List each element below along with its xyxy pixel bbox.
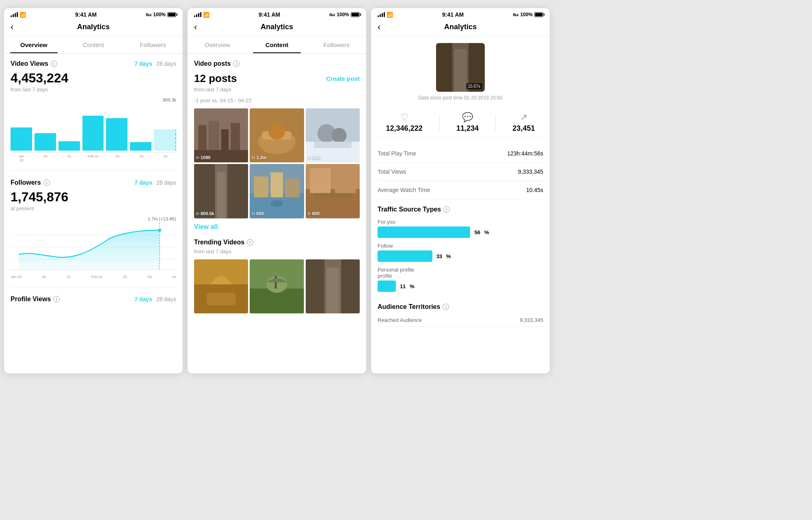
svg-rect-30 bbox=[285, 179, 300, 197]
play-icon-4: ▷ bbox=[197, 211, 199, 216]
screen-detail: 📶 9:41 AM ℻ 100% ‹ Analytics bbox=[371, 8, 550, 373]
status-bar-1: 📶 9:41 AM ℻ 100% bbox=[4, 8, 183, 19]
avg-watch-time-label: Average Watch Time bbox=[378, 187, 430, 193]
trending-info-icon[interactable]: i bbox=[247, 239, 253, 246]
tab-followers-2[interactable]: Followers bbox=[307, 37, 366, 53]
audience-info-icon[interactable]: i bbox=[443, 304, 449, 310]
video-views-value: 4,453,224 bbox=[11, 71, 176, 86]
content-tab-content: Video posts i 12 posts Create post from … bbox=[188, 54, 366, 320]
followers-periods: 7 days 28 days bbox=[134, 179, 176, 186]
data-since-text: Data since post time 02-20-2019 20:00 bbox=[378, 95, 543, 101]
status-bar-2: 📶 9:41 AM ℻ 100% bbox=[188, 8, 366, 19]
play-icon-3: ▷ bbox=[308, 155, 311, 160]
follow-pct: 33 bbox=[436, 253, 442, 259]
tab-content-1[interactable]: Content bbox=[64, 37, 123, 53]
profile-views-periods: 7 days 28 days bbox=[134, 296, 176, 302]
period-7days-views[interactable]: 7 days bbox=[134, 60, 152, 67]
bar-chart-bars bbox=[11, 104, 176, 153]
video-views-1: 1080 bbox=[201, 155, 210, 160]
back-button-2[interactable]: ‹ bbox=[194, 22, 197, 32]
create-post-button[interactable]: Create post bbox=[326, 75, 360, 82]
stats-row: ♡ 12,346,222 💬 11,234 ↗ 23,451 bbox=[378, 107, 543, 138]
video-views-info-icon[interactable]: i bbox=[51, 60, 57, 67]
x-label-7: 04 bbox=[172, 275, 176, 279]
time-1: 9:41 AM bbox=[75, 11, 97, 18]
traffic-info-icon[interactable]: i bbox=[443, 206, 450, 213]
divider-1 bbox=[11, 170, 176, 171]
bar-1 bbox=[11, 127, 32, 151]
followers-7days[interactable]: 7 days bbox=[134, 179, 152, 186]
bar-label-6: 03 bbox=[131, 154, 152, 162]
video-overlay-6: ▷ 600 bbox=[308, 211, 320, 216]
followers-info-icon[interactable]: i bbox=[43, 179, 50, 186]
detail-video-thumb[interactable]: 15.67s bbox=[436, 43, 485, 92]
follow-bar bbox=[378, 250, 432, 262]
tab-followers-1[interactable]: Followers bbox=[123, 37, 183, 53]
back-button-1[interactable]: ‹ bbox=[11, 22, 13, 32]
reached-audience-value: 9,333,345 bbox=[520, 317, 543, 323]
view-all-button[interactable]: View all bbox=[194, 223, 360, 231]
bluetooth-icon-1: ℻ bbox=[146, 12, 151, 17]
profile-views-28days[interactable]: 28 days bbox=[156, 296, 176, 302]
personal-bar bbox=[378, 280, 396, 292]
followers-28days[interactable]: 28 days bbox=[156, 179, 176, 186]
video-posts-title: Video posts i bbox=[194, 60, 240, 67]
svg-rect-28 bbox=[254, 177, 269, 197]
trending-thumb-3[interactable] bbox=[306, 259, 360, 313]
bar-label-5: 02 bbox=[107, 154, 128, 162]
header-title-1: Analytics bbox=[77, 23, 110, 31]
bar-5 bbox=[106, 118, 127, 151]
comment-icon: 💬 bbox=[456, 112, 479, 123]
follow-label: Follow bbox=[378, 243, 543, 249]
svg-rect-39 bbox=[207, 293, 236, 305]
follow-bar-outer: 33% bbox=[378, 250, 543, 262]
svg-rect-24 bbox=[227, 164, 248, 218]
bar-7 bbox=[154, 129, 176, 151]
svg-rect-20 bbox=[314, 142, 351, 148]
svg-rect-23 bbox=[194, 164, 215, 218]
trending-subtext: from last 7 days bbox=[194, 248, 360, 255]
video-thumb-2[interactable]: ▷ 1.2m bbox=[250, 108, 304, 162]
share-icon: ↗ bbox=[512, 112, 535, 123]
status-left-2: 📶 bbox=[194, 12, 209, 18]
stat-divider-1 bbox=[439, 114, 440, 131]
bar-4 bbox=[82, 116, 104, 151]
traffic-section: Traffic Source Types i For you 56% Follo… bbox=[378, 199, 543, 292]
time-2: 9:41 AM bbox=[259, 11, 280, 18]
svg-rect-34 bbox=[310, 168, 330, 194]
tab-content-2[interactable]: Content bbox=[247, 37, 307, 53]
tab-overview-1[interactable]: Overview bbox=[4, 37, 64, 53]
header-title-2: Analytics bbox=[261, 23, 293, 31]
tab-overview-2[interactable]: Overview bbox=[188, 37, 247, 53]
period-28days-views[interactable]: 28 days bbox=[156, 60, 176, 67]
video-thumb-4[interactable]: ▷ 800.5k bbox=[194, 164, 248, 218]
trending-thumb-2[interactable] bbox=[250, 259, 304, 313]
trending-thumb-1[interactable] bbox=[194, 259, 248, 313]
svg-rect-48 bbox=[326, 268, 339, 313]
video-overlay-2: ▷ 1.2m bbox=[252, 155, 266, 160]
back-button-3[interactable]: ‹ bbox=[378, 22, 380, 32]
followers-title: Followers i bbox=[11, 179, 50, 186]
avg-watch-time-value: 10.45s bbox=[526, 187, 543, 193]
bar-chart-labels: Jan29 30 31 Feb 01 02 03 04 bbox=[11, 154, 176, 162]
bluetooth-icon-2: ℻ bbox=[329, 12, 335, 17]
profile-views-info-icon[interactable]: i bbox=[53, 296, 60, 302]
video-overlay-5: ▷ 600 bbox=[252, 211, 263, 216]
video-posts-info-icon[interactable]: i bbox=[233, 60, 240, 67]
battery-pct-1: 100% bbox=[153, 12, 166, 17]
bar-label-1: Jan29 bbox=[11, 154, 32, 162]
traffic-follow: Follow 33% bbox=[378, 243, 543, 262]
video-views-periods: 7 days 28 days bbox=[134, 60, 176, 67]
status-left-1: 📶 bbox=[11, 12, 26, 18]
profile-views-7days[interactable]: 7 days bbox=[134, 296, 152, 302]
video-thumb-6[interactable]: ▷ 600 bbox=[306, 164, 360, 218]
status-right-2: ℻ 100% bbox=[329, 12, 360, 17]
shares-value: 23,451 bbox=[512, 124, 535, 133]
battery-pct-3: 100% bbox=[520, 12, 533, 17]
video-thumb-1[interactable]: ▷ 1080 bbox=[194, 108, 248, 162]
video-thumb-5[interactable]: ▷ 600 bbox=[250, 164, 304, 218]
status-left-3: 📶 bbox=[378, 12, 393, 18]
svg-rect-29 bbox=[271, 173, 283, 198]
video-thumb-3[interactable]: ▷ 3.5k bbox=[306, 108, 360, 162]
video-posts-count: 12 posts bbox=[194, 72, 237, 85]
